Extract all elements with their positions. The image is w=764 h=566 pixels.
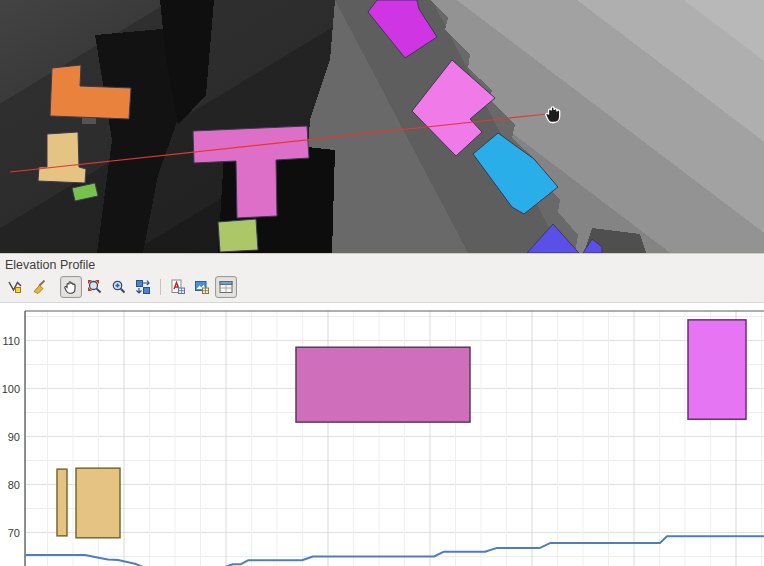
zoom-in-button[interactable] <box>108 276 130 298</box>
chart-area: 110100908070 <box>0 302 764 566</box>
export-image-icon <box>194 279 210 295</box>
zoom-extent-button[interactable] <box>132 276 154 298</box>
y-tick-label: 90 <box>8 431 20 443</box>
elevation-chart[interactable]: 110100908070 <box>0 303 764 566</box>
export-pdf-icon <box>170 279 186 295</box>
broom-icon <box>31 279 47 295</box>
zoom-in-icon <box>111 279 127 295</box>
pan-button[interactable] <box>60 276 82 298</box>
map-canvas[interactable] <box>0 0 764 253</box>
building-yellow-green <box>218 219 258 252</box>
clear-button[interactable] <box>28 276 50 298</box>
y-tick-label: 110 <box>2 335 20 347</box>
building-box <box>688 320 746 419</box>
y-tick-label: 100 <box>2 383 20 395</box>
zoom-full-button[interactable] <box>84 276 106 298</box>
building-box <box>296 347 470 422</box>
export-pdf-button[interactable] <box>167 276 189 298</box>
building-box <box>57 469 67 536</box>
y-tick-label: 80 <box>8 479 20 491</box>
terrain-line <box>25 536 764 566</box>
zoom-full-icon <box>87 279 103 295</box>
options-button[interactable] <box>215 276 237 298</box>
options-icon <box>218 279 234 295</box>
capture-curve-icon <box>7 279 23 295</box>
building-box <box>76 468 120 538</box>
panel-title: Elevation Profile <box>0 254 764 274</box>
export-image-button[interactable] <box>191 276 213 298</box>
capture-curve-button[interactable] <box>4 276 26 298</box>
toolbar-separator <box>160 279 161 295</box>
extent-icon <box>135 279 151 295</box>
y-tick-label: 70 <box>8 527 20 539</box>
profile-toolbar <box>0 274 764 302</box>
application-window: Elevation Profile <box>0 0 764 566</box>
pan-hand-icon <box>63 279 79 295</box>
